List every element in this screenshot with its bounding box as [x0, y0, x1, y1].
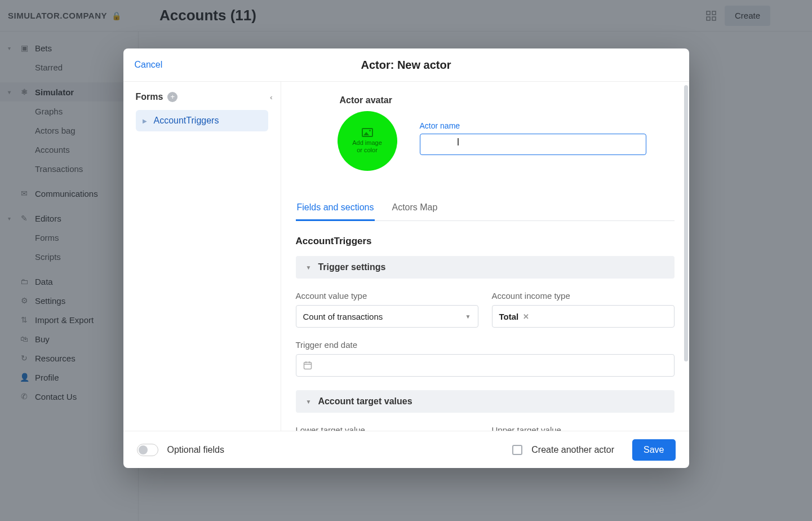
actor-name-input[interactable] [420, 134, 646, 155]
avatar-picker[interactable]: Add image or color [338, 111, 397, 171]
chevron-down-icon: ▼ [306, 399, 312, 405]
chevron-down-icon: ▼ [306, 264, 312, 271]
trigger-end-date-input[interactable] [296, 354, 675, 377]
upper-target-value-label: Upper target value [492, 425, 675, 431]
tab-fields-sections[interactable]: Fields and sections [296, 197, 375, 221]
account-income-type-input[interactable]: Total ✕ [492, 305, 675, 328]
create-another-checkbox[interactable] [512, 445, 522, 455]
actor-dialog: Cancel Actor: New actor Forms + ‹‹ ▶ Acc… [123, 48, 689, 468]
optional-fields-toggle[interactable] [137, 444, 158, 456]
section-name: AccountTriggers [296, 236, 675, 247]
dialog-header: Cancel Actor: New actor [123, 48, 689, 81]
modal-overlay: Cancel Actor: New actor Forms + ‹‹ ▶ Acc… [0, 0, 812, 521]
actor-name-label: Actor name [420, 121, 646, 130]
account-value-type-select[interactable]: Count of transactions ▼ [296, 305, 478, 328]
forms-header-label: Forms [136, 92, 163, 102]
chevron-right-icon: ▶ [143, 118, 147, 124]
account-income-type-label: Account income type [492, 291, 675, 301]
optional-fields-label: Optional fields [167, 445, 224, 455]
svg-rect-4 [304, 363, 311, 369]
add-form-icon[interactable]: + [167, 92, 178, 102]
account-target-values-header[interactable]: ▼ Account target values [296, 390, 675, 413]
form-item-account-triggers[interactable]: ▶ AccountTriggers [136, 110, 268, 131]
calendar-icon [303, 361, 312, 370]
image-icon [362, 128, 373, 137]
account-target-values-label: Account target values [318, 396, 412, 407]
scrollbar[interactable] [684, 85, 688, 361]
avatar-label: Actor avatar [340, 95, 675, 105]
trigger-end-date-label: Trigger end date [296, 340, 675, 350]
create-another-label: Create another actor [531, 445, 614, 455]
tabs: Fields and sections Actors Map [296, 197, 675, 221]
account-value-type-value: Count of transactions [303, 312, 383, 321]
remove-tag-icon[interactable]: ✕ [523, 312, 529, 321]
cancel-button[interactable]: Cancel [135, 60, 163, 70]
trigger-settings-header[interactable]: ▼ Trigger settings [296, 256, 675, 279]
income-type-tag: Total [499, 312, 519, 321]
chevron-down-icon: ▼ [465, 314, 471, 320]
lower-target-value-label: Lower target value [296, 425, 478, 431]
forms-sidebar: Forms + ‹‹ ▶ AccountTriggers [123, 82, 281, 431]
dialog-main: Actor avatar Add image or color [281, 82, 689, 431]
account-value-type-label: Account value type [296, 291, 478, 301]
avatar-hint-1: Add image [352, 139, 382, 146]
trigger-settings-label: Trigger settings [318, 262, 385, 272]
dialog-footer: Optional fields Create another actor Sav… [123, 431, 689, 468]
save-button[interactable]: Save [632, 439, 675, 461]
collapse-sidebar-icon[interactable]: ‹‹ [270, 93, 274, 101]
dialog-title: Actor: New actor [123, 59, 689, 72]
form-item-label: AccountTriggers [154, 116, 219, 126]
avatar-hint-2: or color [357, 147, 378, 153]
tab-actors-map[interactable]: Actors Map [391, 197, 438, 221]
